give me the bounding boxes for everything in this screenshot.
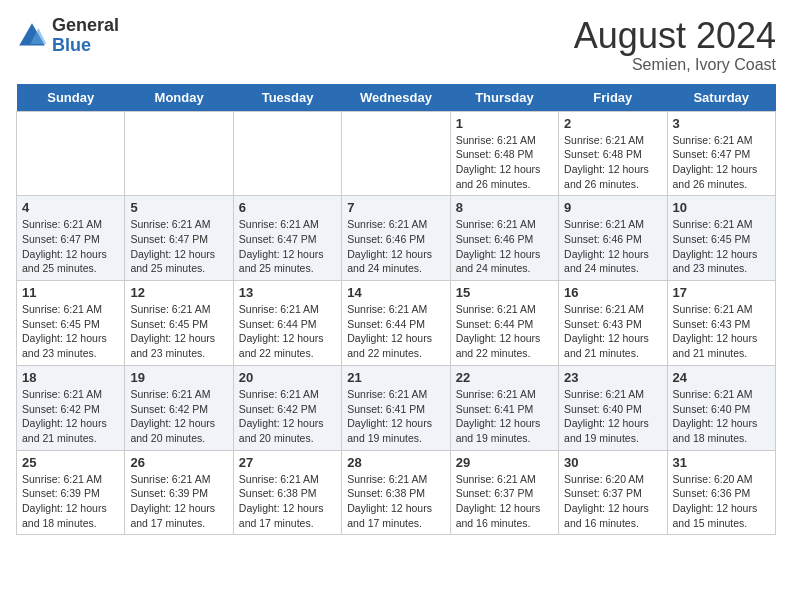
day-info: Sunrise: 6:21 AM Sunset: 6:44 PM Dayligh… — [239, 302, 336, 361]
day-header-monday: Monday — [125, 84, 233, 112]
day-info: Sunrise: 6:21 AM Sunset: 6:38 PM Dayligh… — [239, 472, 336, 531]
day-number: 29 — [456, 455, 553, 470]
calendar-cell: 21Sunrise: 6:21 AM Sunset: 6:41 PM Dayli… — [342, 365, 450, 450]
calendar-week-1: 1Sunrise: 6:21 AM Sunset: 6:48 PM Daylig… — [17, 111, 776, 196]
day-number: 21 — [347, 370, 444, 385]
day-number: 23 — [564, 370, 661, 385]
calendar-cell — [17, 111, 125, 196]
day-info: Sunrise: 6:21 AM Sunset: 6:43 PM Dayligh… — [564, 302, 661, 361]
day-header-friday: Friday — [559, 84, 667, 112]
day-info: Sunrise: 6:21 AM Sunset: 6:43 PM Dayligh… — [673, 302, 770, 361]
day-number: 15 — [456, 285, 553, 300]
calendar-cell: 7Sunrise: 6:21 AM Sunset: 6:46 PM Daylig… — [342, 196, 450, 281]
calendar-cell: 31Sunrise: 6:20 AM Sunset: 6:36 PM Dayli… — [667, 450, 775, 535]
day-info: Sunrise: 6:21 AM Sunset: 6:45 PM Dayligh… — [22, 302, 119, 361]
days-header-row: SundayMondayTuesdayWednesdayThursdayFrid… — [17, 84, 776, 112]
month-year-title: August 2024 — [574, 16, 776, 56]
day-info: Sunrise: 6:21 AM Sunset: 6:44 PM Dayligh… — [456, 302, 553, 361]
calendar-cell: 4Sunrise: 6:21 AM Sunset: 6:47 PM Daylig… — [17, 196, 125, 281]
day-header-wednesday: Wednesday — [342, 84, 450, 112]
day-info: Sunrise: 6:21 AM Sunset: 6:39 PM Dayligh… — [130, 472, 227, 531]
calendar-cell: 29Sunrise: 6:21 AM Sunset: 6:37 PM Dayli… — [450, 450, 558, 535]
day-header-tuesday: Tuesday — [233, 84, 341, 112]
logo: General Blue — [16, 16, 119, 56]
page-header: General Blue August 2024 Semien, Ivory C… — [16, 16, 776, 74]
calendar-cell: 3Sunrise: 6:21 AM Sunset: 6:47 PM Daylig… — [667, 111, 775, 196]
day-info: Sunrise: 6:21 AM Sunset: 6:47 PM Dayligh… — [22, 217, 119, 276]
calendar-cell — [233, 111, 341, 196]
logo-icon — [16, 20, 48, 52]
calendar-cell: 16Sunrise: 6:21 AM Sunset: 6:43 PM Dayli… — [559, 281, 667, 366]
calendar-cell: 23Sunrise: 6:21 AM Sunset: 6:40 PM Dayli… — [559, 365, 667, 450]
day-number: 5 — [130, 200, 227, 215]
calendar-cell — [125, 111, 233, 196]
calendar-cell: 27Sunrise: 6:21 AM Sunset: 6:38 PM Dayli… — [233, 450, 341, 535]
calendar-cell: 8Sunrise: 6:21 AM Sunset: 6:46 PM Daylig… — [450, 196, 558, 281]
day-header-thursday: Thursday — [450, 84, 558, 112]
calendar-cell: 12Sunrise: 6:21 AM Sunset: 6:45 PM Dayli… — [125, 281, 233, 366]
day-number: 24 — [673, 370, 770, 385]
calendar-cell: 2Sunrise: 6:21 AM Sunset: 6:48 PM Daylig… — [559, 111, 667, 196]
day-number: 16 — [564, 285, 661, 300]
location-subtitle: Semien, Ivory Coast — [574, 56, 776, 74]
day-info: Sunrise: 6:21 AM Sunset: 6:45 PM Dayligh… — [673, 217, 770, 276]
day-number: 12 — [130, 285, 227, 300]
calendar-cell: 25Sunrise: 6:21 AM Sunset: 6:39 PM Dayli… — [17, 450, 125, 535]
day-number: 13 — [239, 285, 336, 300]
calendar-cell: 15Sunrise: 6:21 AM Sunset: 6:44 PM Dayli… — [450, 281, 558, 366]
calendar-cell: 17Sunrise: 6:21 AM Sunset: 6:43 PM Dayli… — [667, 281, 775, 366]
calendar-cell: 19Sunrise: 6:21 AM Sunset: 6:42 PM Dayli… — [125, 365, 233, 450]
day-number: 7 — [347, 200, 444, 215]
calendar-cell: 20Sunrise: 6:21 AM Sunset: 6:42 PM Dayli… — [233, 365, 341, 450]
day-info: Sunrise: 6:21 AM Sunset: 6:46 PM Dayligh… — [347, 217, 444, 276]
day-info: Sunrise: 6:21 AM Sunset: 6:40 PM Dayligh… — [673, 387, 770, 446]
logo-general: General — [52, 16, 119, 36]
day-number: 28 — [347, 455, 444, 470]
title-area: August 2024 Semien, Ivory Coast — [574, 16, 776, 74]
calendar-week-5: 25Sunrise: 6:21 AM Sunset: 6:39 PM Dayli… — [17, 450, 776, 535]
calendar-cell: 28Sunrise: 6:21 AM Sunset: 6:38 PM Dayli… — [342, 450, 450, 535]
day-info: Sunrise: 6:21 AM Sunset: 6:48 PM Dayligh… — [456, 133, 553, 192]
calendar-cell: 11Sunrise: 6:21 AM Sunset: 6:45 PM Dayli… — [17, 281, 125, 366]
day-number: 8 — [456, 200, 553, 215]
day-info: Sunrise: 6:21 AM Sunset: 6:42 PM Dayligh… — [22, 387, 119, 446]
day-header-saturday: Saturday — [667, 84, 775, 112]
calendar-week-3: 11Sunrise: 6:21 AM Sunset: 6:45 PM Dayli… — [17, 281, 776, 366]
day-number: 11 — [22, 285, 119, 300]
logo-text: General Blue — [52, 16, 119, 56]
day-info: Sunrise: 6:21 AM Sunset: 6:45 PM Dayligh… — [130, 302, 227, 361]
day-number: 27 — [239, 455, 336, 470]
day-info: Sunrise: 6:21 AM Sunset: 6:47 PM Dayligh… — [130, 217, 227, 276]
day-info: Sunrise: 6:21 AM Sunset: 6:39 PM Dayligh… — [22, 472, 119, 531]
calendar-cell: 5Sunrise: 6:21 AM Sunset: 6:47 PM Daylig… — [125, 196, 233, 281]
day-number: 3 — [673, 116, 770, 131]
day-number: 4 — [22, 200, 119, 215]
calendar-cell: 18Sunrise: 6:21 AM Sunset: 6:42 PM Dayli… — [17, 365, 125, 450]
day-number: 25 — [22, 455, 119, 470]
day-number: 17 — [673, 285, 770, 300]
day-info: Sunrise: 6:21 AM Sunset: 6:47 PM Dayligh… — [673, 133, 770, 192]
calendar-cell: 6Sunrise: 6:21 AM Sunset: 6:47 PM Daylig… — [233, 196, 341, 281]
day-info: Sunrise: 6:21 AM Sunset: 6:46 PM Dayligh… — [564, 217, 661, 276]
calendar-table: SundayMondayTuesdayWednesdayThursdayFrid… — [16, 84, 776, 536]
logo-blue: Blue — [52, 36, 119, 56]
day-info: Sunrise: 6:21 AM Sunset: 6:41 PM Dayligh… — [456, 387, 553, 446]
day-number: 22 — [456, 370, 553, 385]
day-number: 1 — [456, 116, 553, 131]
day-number: 18 — [22, 370, 119, 385]
day-info: Sunrise: 6:21 AM Sunset: 6:41 PM Dayligh… — [347, 387, 444, 446]
day-number: 14 — [347, 285, 444, 300]
day-number: 10 — [673, 200, 770, 215]
calendar-cell: 30Sunrise: 6:20 AM Sunset: 6:37 PM Dayli… — [559, 450, 667, 535]
calendar-cell: 9Sunrise: 6:21 AM Sunset: 6:46 PM Daylig… — [559, 196, 667, 281]
day-info: Sunrise: 6:21 AM Sunset: 6:38 PM Dayligh… — [347, 472, 444, 531]
day-number: 2 — [564, 116, 661, 131]
day-number: 20 — [239, 370, 336, 385]
day-info: Sunrise: 6:21 AM Sunset: 6:42 PM Dayligh… — [239, 387, 336, 446]
day-number: 30 — [564, 455, 661, 470]
day-info: Sunrise: 6:21 AM Sunset: 6:42 PM Dayligh… — [130, 387, 227, 446]
day-header-sunday: Sunday — [17, 84, 125, 112]
calendar-cell: 26Sunrise: 6:21 AM Sunset: 6:39 PM Dayli… — [125, 450, 233, 535]
calendar-week-2: 4Sunrise: 6:21 AM Sunset: 6:47 PM Daylig… — [17, 196, 776, 281]
day-number: 26 — [130, 455, 227, 470]
